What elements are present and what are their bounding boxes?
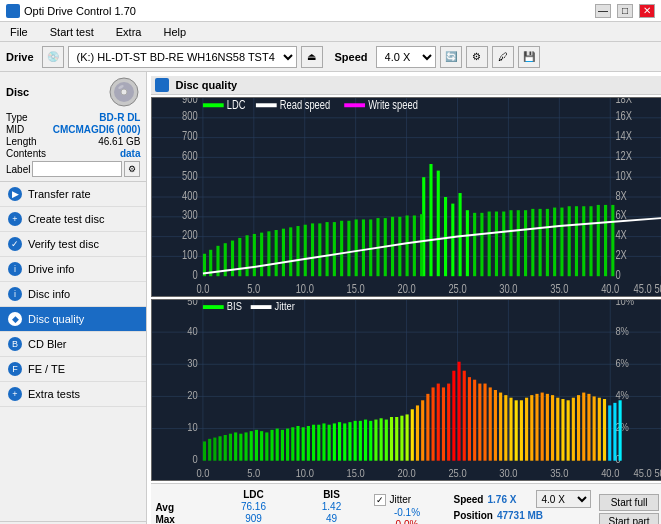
svg-rect-169 xyxy=(281,430,284,461)
nav-fe-te-label: FE / TE xyxy=(28,363,65,375)
menu-extra[interactable]: Extra xyxy=(110,24,148,40)
svg-rect-95 xyxy=(503,212,506,277)
svg-rect-213 xyxy=(510,398,513,461)
svg-rect-211 xyxy=(500,393,503,461)
jitter-checkbox[interactable]: ✓ xyxy=(374,494,386,506)
maximize-button[interactable]: □ xyxy=(617,4,633,18)
svg-rect-94 xyxy=(495,212,498,277)
disc-label-input[interactable] xyxy=(32,161,122,177)
svg-rect-190 xyxy=(390,417,393,461)
menu-start-test[interactable]: Start test xyxy=(44,24,100,40)
svg-text:200: 200 xyxy=(183,228,199,241)
right-panel: Disc quality xyxy=(147,72,661,524)
svg-rect-162 xyxy=(245,432,248,460)
disc-contents-label: Contents xyxy=(6,148,46,159)
title-bar: Opti Drive Control 1.70 — □ ✕ xyxy=(0,0,661,22)
disc-header: Disc xyxy=(6,76,140,108)
speed-stat-row: Speed 1.76 X 4.0 X xyxy=(453,490,591,508)
nav-drive-info[interactable]: i Drive info xyxy=(0,257,146,282)
svg-rect-91 xyxy=(474,213,477,276)
svg-rect-182 xyxy=(349,422,352,461)
drive-icon-btn[interactable]: 💿 xyxy=(42,46,64,68)
svg-rect-165 xyxy=(261,431,264,461)
disc-type-row: Type BD-R DL xyxy=(6,112,140,123)
bottom-chart: 0 10 20 30 40 50 0 2% 4% 6% 8% 10% xyxy=(151,299,661,481)
svg-rect-197 xyxy=(427,394,430,461)
svg-text:25.0: 25.0 xyxy=(449,466,467,479)
svg-text:30: 30 xyxy=(188,356,199,369)
svg-rect-196 xyxy=(422,400,425,460)
speed-select[interactable]: 4.0 X 8.0 X 2.0 X xyxy=(376,46,436,68)
eject-button[interactable]: ⏏ xyxy=(301,46,323,68)
svg-rect-192 xyxy=(401,416,404,461)
menu-file[interactable]: File xyxy=(4,24,34,40)
disc-label-button[interactable]: ⚙ xyxy=(124,161,140,177)
svg-rect-176 xyxy=(318,425,321,461)
settings-button1[interactable]: ⚙ xyxy=(466,46,488,68)
svg-text:6X: 6X xyxy=(616,208,627,221)
svg-rect-113 xyxy=(256,103,277,107)
stats-row: Avg Max Total LDC 76.16 909 58164312 BIS… xyxy=(151,483,661,524)
svg-rect-204 xyxy=(463,371,466,461)
svg-rect-186 xyxy=(370,421,373,461)
disc-info-icon: i xyxy=(8,287,22,301)
drive-label: Drive xyxy=(6,51,34,63)
svg-rect-203 xyxy=(458,362,461,461)
svg-rect-209 xyxy=(489,387,492,460)
svg-rect-108 xyxy=(597,205,600,276)
svg-rect-97 xyxy=(517,210,520,276)
svg-rect-161 xyxy=(240,434,243,461)
refresh-button[interactable]: 🔄 xyxy=(440,46,462,68)
svg-text:15.0: 15.0 xyxy=(347,282,365,295)
start-full-button[interactable]: Start full xyxy=(599,494,658,511)
disc-mid-label: MID xyxy=(6,124,24,135)
nav-cd-bler[interactable]: B CD Bler xyxy=(0,332,146,357)
nav-transfer-rate[interactable]: ▶ Transfer rate xyxy=(0,182,146,207)
nav-verify-test-disc[interactable]: ✓ Verify test disc xyxy=(0,232,146,257)
close-button[interactable]: ✕ xyxy=(639,4,655,18)
svg-rect-99 xyxy=(532,209,535,276)
menu-help[interactable]: Help xyxy=(157,24,192,40)
svg-rect-101 xyxy=(546,209,549,276)
svg-rect-184 xyxy=(359,421,362,461)
save-button[interactable]: 💾 xyxy=(518,46,540,68)
drive-select[interactable]: (K:) HL-DT-ST BD-RE WH16NS58 TST4 xyxy=(68,46,297,68)
nav-disc-info[interactable]: i Disc info xyxy=(0,282,146,307)
svg-rect-79 xyxy=(444,197,447,276)
svg-rect-185 xyxy=(364,420,367,461)
disc-contents-row: Contents data xyxy=(6,148,140,159)
minimize-button[interactable]: — xyxy=(595,4,611,18)
svg-rect-64 xyxy=(282,229,285,277)
ldc-max: 909 xyxy=(218,513,288,524)
jitter-col: ✓ Jitter -0.1% 0.0% xyxy=(374,494,439,525)
svg-rect-105 xyxy=(575,206,578,276)
svg-rect-65 xyxy=(290,227,293,276)
svg-rect-154 xyxy=(203,441,206,460)
svg-rect-93 xyxy=(488,212,491,277)
start-part-button[interactable]: Start part xyxy=(599,513,658,524)
nav-disc-quality[interactable]: ◆ Disc quality xyxy=(0,307,146,332)
avg-label: Avg xyxy=(155,502,210,513)
svg-rect-73 xyxy=(348,221,351,276)
bis-col: BIS 1.42 49 1086221 xyxy=(296,489,366,525)
nav-fe-te[interactable]: F FE / TE xyxy=(0,357,146,382)
svg-point-2 xyxy=(121,89,127,95)
disc-mid-value: CMCMAGDI6 (000) xyxy=(53,124,141,135)
settings-button2[interactable]: 🖊 xyxy=(492,46,514,68)
svg-text:20.0: 20.0 xyxy=(398,466,416,479)
speed-stat-select[interactable]: 4.0 X xyxy=(536,490,591,508)
svg-rect-183 xyxy=(354,421,357,461)
svg-rect-208 xyxy=(484,384,487,461)
svg-rect-205 xyxy=(468,377,471,461)
title-bar-controls: — □ ✕ xyxy=(595,4,655,18)
svg-text:100: 100 xyxy=(183,248,199,261)
jitter-avg: -0.1% xyxy=(374,507,439,518)
jitter-checkbox-row[interactable]: ✓ Jitter xyxy=(374,494,439,506)
nav-create-test-disc[interactable]: + Create test disc xyxy=(0,207,146,232)
nav-extra-tests[interactable]: + Extra tests xyxy=(0,382,146,407)
drive-info-icon: i xyxy=(8,262,22,276)
svg-text:800: 800 xyxy=(183,109,199,122)
svg-rect-229 xyxy=(593,396,596,460)
svg-rect-171 xyxy=(292,427,295,460)
disc-title: Disc xyxy=(6,86,29,98)
